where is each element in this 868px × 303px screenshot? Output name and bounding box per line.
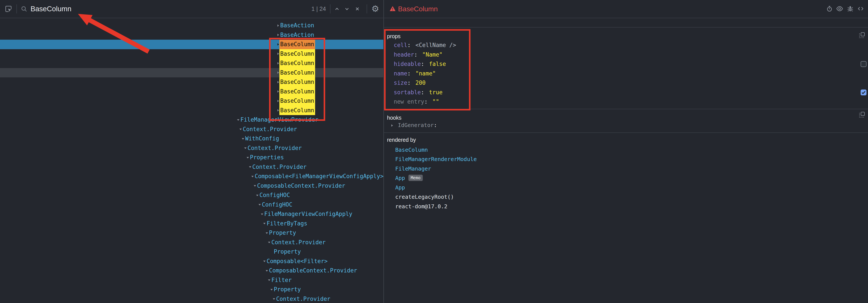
prop-row-hideable: hideable:false <box>384 59 868 69</box>
tree-row-context-provider[interactable]: Context.Provider <box>0 238 383 247</box>
tree-row-property[interactable]: Property <box>0 228 383 238</box>
header-divider <box>384 27 868 28</box>
component-name: ComposableContext.Provider <box>269 266 357 275</box>
collapse-arrow-icon[interactable] <box>269 287 274 292</box>
tree-row-composablecontext-provider[interactable]: ComposableContext.Provider <box>0 266 383 275</box>
prop-value[interactable]: "Name" <box>422 51 443 58</box>
collapse-arrow-icon[interactable] <box>255 193 260 198</box>
collapse-arrow-icon[interactable] <box>262 259 267 264</box>
tree-row-context-provider[interactable]: Context.Provider <box>0 294 383 303</box>
sortable-checkbox[interactable] <box>861 90 867 95</box>
tree-row-confighoc[interactable]: ConfigHOC <box>0 190 383 200</box>
collapse-arrow-icon[interactable] <box>240 136 246 141</box>
tree-row-filter[interactable]: Filter <box>0 275 383 285</box>
component-name: ConfigHOC <box>262 200 292 210</box>
tree-row-composablecontext-provider[interactable]: ComposableContext.Provider <box>0 181 383 191</box>
rendered-by-react-dom-17-0-2: react-dom@17.0.2 <box>395 202 447 211</box>
collapse-arrow-icon[interactable] <box>245 155 250 160</box>
inspect-element-icon[interactable] <box>4 5 12 14</box>
chevron-down-icon[interactable] <box>343 5 350 13</box>
tree-row-property[interactable]: Property <box>0 285 383 294</box>
rendered-by-filemanagerrenderermodule[interactable]: FileManagerRendererModule <box>395 155 477 164</box>
prop-row-new-entry: new entry:"" <box>384 97 868 107</box>
collapse-arrow-icon[interactable] <box>264 231 270 236</box>
react-devtools-components-panel: BaseColumn 1 | 24 ⚙ BaseColumn <box>0 0 868 303</box>
rendered-by-label: react-dom@17.0.2 <box>395 203 447 210</box>
collapse-arrow-icon[interactable] <box>267 240 272 245</box>
component-name: Composable<FileManagerViewConfigApply> <box>255 172 383 181</box>
collapse-arrow-icon[interactable] <box>243 145 248 151</box>
tree-row-baseaction[interactable]: BaseAction <box>0 21 383 30</box>
prop-value[interactable]: false <box>429 61 446 67</box>
expand-arrow-icon[interactable] <box>276 32 281 37</box>
collapse-arrow-icon[interactable] <box>248 164 253 170</box>
collapse-arrow-icon[interactable] <box>236 117 241 122</box>
tree-row-basecolumn[interactable]: BaseColumn <box>0 59 383 68</box>
expand-arrow-icon[interactable] <box>390 122 395 127</box>
rendered-by-label: App <box>395 184 405 191</box>
collapse-arrow-icon[interactable] <box>257 202 262 207</box>
collapse-arrow-icon[interactable] <box>238 127 243 132</box>
toolbar-separator <box>17 4 17 13</box>
rendered-by-basecolumn[interactable]: BaseColumn <box>395 145 428 155</box>
tree-row-property[interactable]: Property <box>0 247 383 256</box>
tree-row-baseaction[interactable]: BaseAction <box>0 30 383 40</box>
rendered-by-filemanager[interactable]: FileManager <box>395 164 431 174</box>
tree-row-basecolumn[interactable]: BaseColumn <box>0 106 383 115</box>
prop-colon: : <box>414 51 417 58</box>
tree-row-confighoc[interactable]: ConfigHOC <box>0 200 383 210</box>
toolbar-separator <box>367 4 367 13</box>
collapse-arrow-icon[interactable] <box>267 277 272 283</box>
tree-row-properties[interactable]: Properties <box>0 153 383 162</box>
rendered-by-app[interactable]: AppMemo <box>395 173 423 183</box>
component-name: BaseColumn <box>279 59 315 68</box>
collapse-arrow-icon[interactable] <box>271 296 277 301</box>
prop-value[interactable]: "name" <box>415 70 436 77</box>
tree-row-withconfig[interactable]: WithConfig <box>0 134 383 144</box>
tree-row-filemanagerviewconfigapply[interactable]: FileManagerViewConfigApply <box>0 209 383 219</box>
prop-key: name <box>394 70 407 77</box>
component-name: BaseAction <box>280 30 314 40</box>
collapse-arrow-icon[interactable] <box>262 221 267 226</box>
tree-row-composable-filter-[interactable]: Composable<Filter> <box>0 256 383 266</box>
tree-row-context-provider[interactable]: Context.Provider <box>0 125 383 134</box>
collapse-arrow-icon[interactable] <box>259 212 265 217</box>
hook-row-idgenerator[interactable]: IdGenerator: <box>390 121 437 130</box>
prop-value[interactable]: <CellName /> <box>415 42 456 48</box>
prop-value[interactable]: "" <box>433 98 439 105</box>
search-input[interactable]: BaseColumn <box>31 5 71 13</box>
copy-icon[interactable] <box>859 112 865 119</box>
collapse-arrow-icon[interactable] <box>264 268 270 273</box>
tree-row-basecolumn[interactable]: BaseColumn <box>0 87 383 96</box>
memo-badge: Memo <box>408 175 423 181</box>
tree-row-context-provider[interactable]: Context.Provider <box>0 162 383 172</box>
gear-icon[interactable]: ⚙ <box>370 3 380 14</box>
close-icon[interactable] <box>354 5 361 13</box>
hideable-checkbox[interactable] <box>861 61 867 67</box>
tree-row-filemanagerviewprovider[interactable]: FileManagerViewProvider <box>0 115 383 125</box>
component-name: Context.Provider <box>248 144 302 153</box>
copy-icon[interactable] <box>859 32 865 39</box>
prop-key: header <box>394 51 414 58</box>
section-divider <box>384 132 868 133</box>
prop-row-sortable: sortable:true <box>384 88 868 97</box>
tree-row-filterbytags[interactable]: FilterByTags <box>0 219 383 229</box>
prop-value[interactable]: true <box>429 89 443 96</box>
component-name: Property <box>274 247 301 256</box>
collapse-arrow-icon[interactable] <box>252 183 257 188</box>
tree-row-context-provider[interactable]: Context.Provider <box>0 144 383 153</box>
tree-row-basecolumn[interactable]: BaseColumn <box>0 68 383 78</box>
tree-row-composable-filemanagerviewconfigapply-[interactable]: Composable<FileManagerViewConfigApply> <box>0 172 383 181</box>
prop-value[interactable]: 200 <box>415 80 426 86</box>
tree-row-basecolumn[interactable]: BaseColumn <box>0 49 383 59</box>
expand-arrow-icon[interactable] <box>276 23 281 28</box>
tree-row-basecolumn[interactable]: BaseColumn <box>0 40 383 49</box>
component-name: BaseColumn <box>279 78 315 87</box>
rendered-by-label: BaseColumn <box>395 147 428 153</box>
prop-key: new entry <box>394 98 424 105</box>
tree-row-basecolumn[interactable]: BaseColumn <box>0 96 383 106</box>
rendered-by-app[interactable]: App <box>395 183 405 192</box>
tree-row-basecolumn[interactable]: BaseColumn <box>0 78 383 87</box>
collapse-arrow-icon[interactable] <box>250 174 255 179</box>
chevron-up-icon[interactable] <box>334 5 340 13</box>
